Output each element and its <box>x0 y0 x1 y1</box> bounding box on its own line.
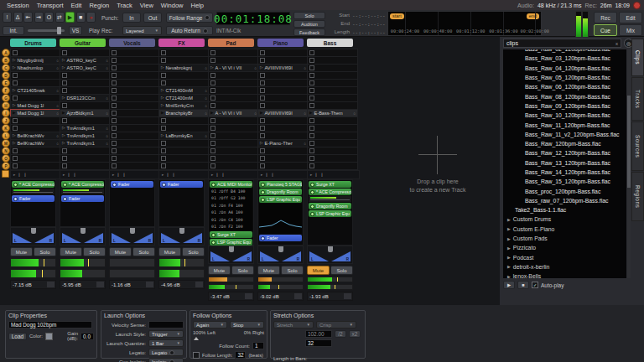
processor-led[interactable] <box>63 183 67 187</box>
mini-timeline[interactable]: start end 00:00:24:0000:00:48:0000:01:12… <box>387 11 542 36</box>
clip-file-bass-raw-120bpm-bass-flac[interactable]: Bass_Raw_120bpm-Bass.flac <box>503 139 626 148</box>
punch-in-button[interactable]: In <box>122 13 141 23</box>
processor-ace-compressor[interactable]: * ACE Compressor <box>309 189 351 195</box>
search-input[interactable]: clips x <box>503 39 621 48</box>
solo-button-fx[interactable]: Solo <box>182 247 205 256</box>
stretch-crisp-dropdown[interactable]: Crisp▼ <box>316 321 356 328</box>
clip-play-icon[interactable]: ▷ <box>62 96 65 101</box>
clip-slot-checkbox[interactable] <box>161 73 166 78</box>
pan-control-fx[interactable]: LR <box>158 227 205 246</box>
clip-stop-icon[interactable]: ○ <box>205 66 207 70</box>
clip-stop-icon[interactable]: ○ <box>106 127 108 131</box>
clip-slot-checkbox[interactable] <box>112 133 117 138</box>
solo-button-vocals[interactable]: Solo <box>132 247 155 256</box>
pan-handle[interactable] <box>229 246 234 252</box>
clip-play-icon[interactable]: ▷ <box>161 89 164 93</box>
clip-slot-checkbox[interactable] <box>260 96 265 101</box>
clip-stop-icon[interactable]: ○ <box>205 104 207 108</box>
clip-slot-checkbox[interactable] <box>112 148 117 153</box>
clip-slot-checkbox[interactable] <box>13 148 18 153</box>
clip-stop-icon[interactable]: ○ <box>106 96 108 101</box>
folder-custom-drums[interactable]: ▶Custom Drums <box>503 215 626 224</box>
clip-play-icon[interactable]: ▷ <box>13 134 16 138</box>
clip-stop-icon[interactable]: ○ <box>353 111 356 116</box>
follow-count-field[interactable]: 1 <box>252 342 264 349</box>
clip-play-icon[interactable]: ▶ <box>62 111 65 116</box>
clip-slot-checkbox[interactable] <box>210 50 216 55</box>
clip-stop-icon[interactable]: ○ <box>304 142 306 146</box>
clip-slot-p-pad[interactable] <box>208 162 259 170</box>
clip-file-bass-raw-07-120bpm-bass-flac[interactable]: Bass_raw_07_120bpm-Bass.flac <box>503 196 626 205</box>
processor-led[interactable] <box>63 197 67 201</box>
clip-stop-icon[interactable]: ○ <box>56 89 59 93</box>
auto-return-button[interactable]: Auto Return <box>166 26 213 35</box>
clip-stop-icon[interactable]: ○ <box>254 111 257 116</box>
solo-button[interactable]: Solo <box>293 12 325 19</box>
track-clip-controls-drums[interactable]: ▸❙❙ <box>10 170 63 179</box>
processor-led[interactable] <box>310 183 314 187</box>
clip-slot-checkbox[interactable] <box>13 156 18 161</box>
clip-slot-checkbox[interactable] <box>62 73 67 78</box>
processor-fader[interactable]: Fader <box>12 195 55 202</box>
clip-file-bass-raw-13-120bpm-bass-flac[interactable]: Bass_Raw_13_120bpm-Bass.flac <box>503 158 626 168</box>
menu-help[interactable]: Help <box>188 2 207 9</box>
pan-control-piano[interactable]: LR <box>257 246 304 264</box>
stop-all-scenes-button[interactable] <box>2 170 9 178</box>
clip-stop-icon[interactable]: ○ <box>106 134 108 138</box>
clip-slot-checkbox[interactable] <box>260 156 265 161</box>
processor-fader[interactable]: Fader <box>61 195 104 202</box>
start-marker[interactable]: start <box>390 13 404 19</box>
folder-lenox-bells[interactable]: ▶lenox-Bells <box>503 272 626 278</box>
clip-slot-checkbox[interactable] <box>112 141 117 146</box>
clip-slot-checkbox[interactable] <box>309 65 314 70</box>
processor-dragonfly-room[interactable]: Dragonfly Room <box>259 189 302 195</box>
clip-slot-checkbox[interactable] <box>309 133 314 138</box>
clip-file-bass-raw-09-120bpm-bass-flac[interactable]: Bass_Raw_09_120bpm-Bass.flac <box>503 101 626 111</box>
clip-slot-checkbox[interactable] <box>210 118 216 123</box>
processor-dragonfly-room[interactable]: Dragonfly Room <box>309 203 351 209</box>
clip-slot-checkbox[interactable] <box>210 58 216 63</box>
clip-play-icon[interactable]: ▷ <box>260 142 263 146</box>
clip-file-bass-raw-11-120bpm-bass-flac[interactable]: Bass_Raw_11_120bpm-Bass.flac <box>503 120 626 129</box>
preview-play-button[interactable]: ▶ <box>503 281 515 289</box>
legato-toggle[interactable]: Legato <box>148 349 184 356</box>
clip-slot-checkbox[interactable] <box>309 118 314 123</box>
folder-podcast[interactable]: ▶Podcast <box>503 253 626 262</box>
clip-slot-checkbox[interactable] <box>112 163 117 168</box>
folder-custom-pads[interactable]: ▶Custom Pads <box>503 234 626 243</box>
pan-control-drums[interactable]: LR <box>10 227 56 246</box>
processor-fader[interactable]: Fader <box>160 181 203 188</box>
gain-slider-handle[interactable] <box>146 282 153 287</box>
expand-arrow-icon[interactable]: ▶ <box>507 236 511 241</box>
record-mode-dropdown[interactable]: Layered▼ <box>122 26 162 35</box>
processor-lsp-graphic-equ[interactable]: LSP Graphic Equ <box>309 210 351 217</box>
processor-fader[interactable]: Fader <box>259 235 302 241</box>
clip-stop-icon[interactable]: ○ <box>56 111 59 116</box>
clip-slot-checkbox[interactable] <box>210 126 216 131</box>
clip-play-icon[interactable]: ▷ <box>161 104 164 108</box>
clip-slot-checkbox[interactable] <box>112 58 117 63</box>
menu-edit[interactable]: Edit <box>68 2 86 9</box>
clip-slot-checkbox[interactable] <box>62 156 67 161</box>
mode-mix-button[interactable]: Mix <box>619 24 642 36</box>
end-marker[interactable]: end <box>527 13 539 19</box>
mode-edit-button[interactable]: Edit <box>619 12 642 23</box>
clip-play-icon[interactable]: ▷ <box>13 59 16 63</box>
clip-slot-checkbox[interactable] <box>62 50 67 55</box>
clip-stop-icon[interactable]: ○ <box>304 111 306 116</box>
clip-slot-checkbox[interactable] <box>260 88 265 93</box>
load-button[interactable]: Load <box>8 333 27 340</box>
clip-play-icon[interactable]: ▷ <box>13 142 16 146</box>
metronome-button[interactable]: Δ <box>13 12 23 23</box>
clip-file-bass-raw-12-120bpm-bass-flac[interactable]: Bass_Raw_12_120bpm-Bass.flac <box>503 148 626 158</box>
velocity-field[interactable] <box>148 321 184 328</box>
record-button[interactable]: ● <box>86 12 96 23</box>
clip-slot-checkbox[interactable] <box>309 163 314 168</box>
clip-slot-checkbox[interactable] <box>13 73 18 78</box>
feedback-button[interactable]: Feedback <box>293 28 325 36</box>
clip-play-icon[interactable]: ▷ <box>13 104 16 108</box>
mode-cue-button[interactable]: Cue <box>594 24 617 36</box>
pan-handle[interactable] <box>278 246 283 252</box>
processor-led[interactable] <box>211 240 216 245</box>
menu-window[interactable]: Window <box>158 2 187 9</box>
